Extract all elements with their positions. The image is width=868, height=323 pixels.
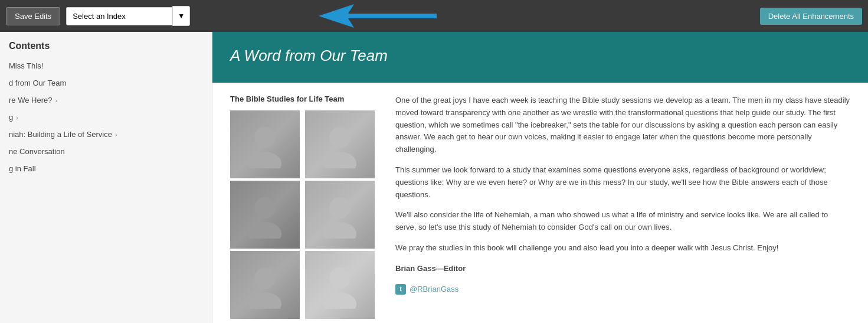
chevron-right-icon: › [115, 131, 117, 138]
blue-arrow-indicator [319, 3, 437, 29]
left-column: The Bible Studies for Life Team [230, 94, 378, 319]
main-layout: Contents Miss This! d from Our Team re W… [0, 32, 868, 323]
person-photo-4 [305, 181, 375, 249]
photo-cell-6 [305, 251, 375, 319]
chevron-right-icon: › [55, 97, 57, 104]
chevron-right-icon: › [16, 114, 18, 121]
twitter-icon: t [395, 284, 406, 295]
sidebar-item-are-we-here[interactable]: re We Here? › [0, 92, 212, 109]
person-photo-5 [230, 251, 300, 319]
sidebar-item-label: Miss This! [9, 61, 43, 70]
content-header-banner: A Word from Our Team [212, 32, 868, 83]
svg-point-3 [329, 127, 351, 148]
right-column: One of the great joys I have each week i… [395, 94, 850, 319]
paragraph-3: We'll also consider the life of Nehemiah… [395, 209, 850, 234]
sidebar-item-label: g in Fall [9, 164, 36, 173]
person-photo-2 [305, 110, 375, 178]
content-area: A Word from Our Team The Bible Studies f… [212, 32, 868, 323]
sidebar-item-label: d from Our Team [9, 79, 66, 87]
svg-point-11 [329, 267, 351, 289]
sidebar-item-nehemiah[interactable]: niah: Building a Life of Service › [0, 126, 212, 143]
toolbar: Save Edits Select an Index ▼ Delete All … [0, 0, 868, 32]
sidebar-title: Contents [0, 41, 212, 57]
svg-point-7 [329, 197, 351, 218]
select-index-wrapper: Select an Index ▼ [66, 6, 190, 26]
select-index-dropdown[interactable]: Select an Index [66, 7, 172, 25]
sidebar-item-fall[interactable]: g in Fall [0, 160, 212, 177]
photo-cell-3 [230, 181, 300, 249]
photo-cell-1 [230, 110, 300, 178]
dropdown-arrow-icon[interactable]: ▼ [172, 6, 190, 26]
team-label: The Bible Studies for Life Team [230, 94, 378, 103]
photo-cell-5 [230, 251, 300, 319]
paragraph-2: This summer we look forward to a study t… [395, 164, 850, 201]
sidebar: Contents Miss This! d from Our Team re W… [0, 32, 212, 323]
content-body: The Bible Studies for Life Team [212, 83, 868, 323]
sidebar-item-label: re We Here? [9, 96, 52, 105]
person-photo-1 [230, 110, 300, 178]
sidebar-item-label: niah: Building a Life of Service [9, 130, 112, 139]
photo-grid [230, 110, 378, 319]
svg-point-8 [323, 222, 356, 239]
paragraph-1: One of the great joys I have each week i… [395, 94, 850, 156]
photo-cell-2 [305, 110, 375, 178]
sidebar-item-g[interactable]: g › [0, 109, 212, 126]
save-edits-button[interactable]: Save Edits [6, 7, 60, 25]
svg-point-1 [254, 127, 276, 148]
photo-cell-4 [305, 181, 375, 249]
svg-point-9 [254, 267, 276, 289]
sidebar-item-from-our-team[interactable]: d from Our Team [0, 74, 212, 92]
delete-all-enhancements-button[interactable]: Delete All Enhancements [760, 8, 862, 25]
svg-point-5 [254, 197, 276, 218]
editor-name: Brian Gass—Editor [395, 264, 466, 273]
sidebar-item-label: g [9, 113, 13, 122]
sidebar-item-miss-this[interactable]: Miss This! [0, 57, 212, 74]
person-photo-6 [305, 251, 375, 319]
svg-point-4 [323, 152, 356, 168]
editor-line: Brian Gass—Editor [395, 263, 850, 275]
paragraph-4: We pray the studies in this book will ch… [395, 242, 850, 255]
twitter-link[interactable]: t @RBrianGass [395, 283, 850, 296]
svg-point-12 [323, 292, 356, 309]
sidebar-item-label: ne Conversation [9, 147, 65, 156]
sidebar-item-conversation[interactable]: ne Conversation [0, 143, 212, 160]
person-photo-3 [230, 181, 300, 249]
svg-point-10 [248, 292, 281, 309]
twitter-handle: @RBrianGass [410, 283, 458, 296]
content-header-title: A Word from Our Team [230, 47, 850, 65]
svg-point-2 [248, 152, 281, 168]
svg-marker-0 [319, 4, 437, 28]
svg-point-6 [248, 222, 281, 239]
